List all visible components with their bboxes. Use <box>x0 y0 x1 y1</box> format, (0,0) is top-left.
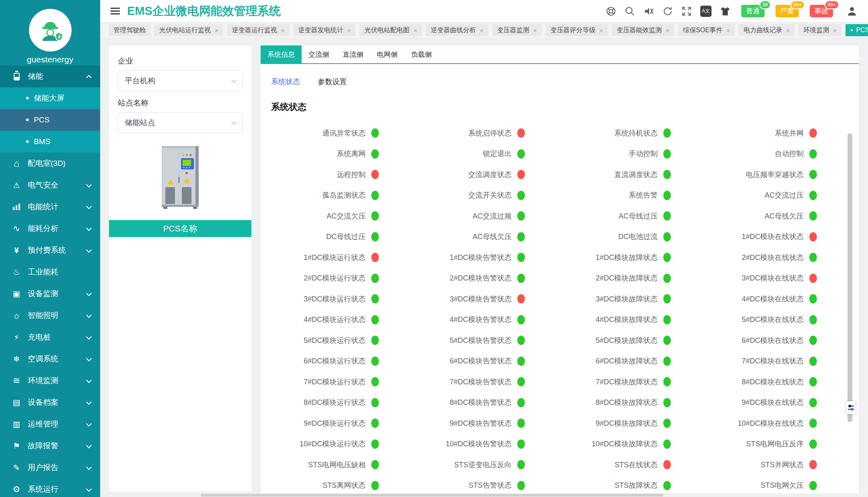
content-tab[interactable]: 系统信息 <box>261 45 302 63</box>
alarm-buttons: 普通 38 严重 99+ 事故 99+ <box>741 5 833 17</box>
tab[interactable]: 逆变器曲线分析 × <box>426 24 488 36</box>
theme-icon[interactable] <box>720 6 730 16</box>
sidebar-item[interactable]: 储能 <box>0 66 100 87</box>
tab-close-icon[interactable]: × <box>281 27 285 34</box>
tab-close-icon[interactable]: × <box>533 27 537 34</box>
tab-close-icon[interactable]: × <box>786 27 790 34</box>
status-label: AC交流过压 <box>765 190 804 200</box>
sidebar-item[interactable]: 电能统计 <box>0 196 100 218</box>
tab[interactable]: 逆变器发电统计 × <box>294 24 356 36</box>
sidebar-item[interactable]: 充电桩 <box>0 326 100 348</box>
sidebar-item-icon <box>14 73 20 80</box>
status-indicator-dot <box>371 232 379 241</box>
status-indicator-dot <box>809 191 817 200</box>
sidebar-item[interactable]: 系统运行 <box>0 478 100 497</box>
sidebar-item-icon <box>11 245 22 255</box>
tab[interactable]: 环境监测 × <box>798 24 841 36</box>
status-item: 9#DC模块运行状态 <box>270 413 416 434</box>
sidebar-item[interactable]: 故障报警 <box>0 435 100 457</box>
tab-close-icon[interactable]: × <box>726 27 730 34</box>
tab[interactable]: 光伏电站配电图 × <box>360 24 422 36</box>
content-tab[interactable]: 负载侧 <box>404 45 438 63</box>
sidebar-item[interactable]: 预付费系统 <box>0 239 100 261</box>
scroll-settings-icon[interactable] <box>846 401 856 414</box>
tab[interactable]: 管理驾驶舱 <box>109 24 150 36</box>
tab[interactable]: 变压器监测 × <box>492 24 542 36</box>
sidebar-item[interactable]: 用户报告 <box>0 457 100 478</box>
content-tab[interactable]: 电网侧 <box>370 45 404 63</box>
tab[interactable]: 变压器能效监测 × <box>612 24 674 36</box>
sidebar-item[interactable]: 设备监测 <box>0 283 100 305</box>
tab-close-icon[interactable]: × <box>480 27 483 34</box>
tab-close-icon[interactable]: × <box>600 27 603 34</box>
sidebar-item[interactable]: PCS <box>0 109 100 131</box>
alarm-button[interactable]: 严重 99+ <box>775 5 799 17</box>
sidebar-item[interactable]: 环境监测 <box>0 370 100 392</box>
sidebar-item-icon <box>11 354 22 364</box>
status-item: AC交流过压 <box>708 185 854 206</box>
status-label: 5#DC模块故障状态 <box>596 336 658 345</box>
sidebar-item[interactable]: 空调系统 <box>0 348 100 370</box>
sidebar-item[interactable]: 电气安全 <box>0 174 100 196</box>
status-indicator-dot <box>371 398 379 407</box>
sidebar-item-label: 工业能耗 <box>28 267 58 277</box>
tab-close-icon[interactable]: × <box>833 27 837 34</box>
status-indicator-dot <box>663 232 671 241</box>
tab[interactable]: 变压器评分等级 × <box>546 24 608 36</box>
status-label: 2#DC模块运行状态 <box>304 273 366 283</box>
sidebar-item[interactable]: BMS <box>0 131 100 153</box>
tab-close-icon[interactable]: × <box>413 27 417 34</box>
status-label: 9#DC模块在线状态 <box>742 398 804 407</box>
status-item: 通讯异常状态 <box>270 123 416 144</box>
sidebar-item[interactable]: 设备档案 <box>0 392 100 413</box>
sidebar-item[interactable]: 储能大屏 <box>0 87 100 109</box>
sidebar-item[interactable]: 工业能耗 <box>0 261 100 283</box>
tab-close-icon[interactable]: × <box>348 27 351 34</box>
content-tabs: 系统信息交流侧直流侧电网侧负载侧 <box>261 45 859 64</box>
user-icon[interactable] <box>846 6 858 17</box>
content-tab[interactable]: 交流侧 <box>302 45 336 63</box>
status-label: STS故障状态 <box>615 481 658 490</box>
status-item: 系统待机状态 <box>562 123 708 144</box>
company-select[interactable]: 平台机构 <box>118 70 243 91</box>
mute-icon[interactable] <box>644 6 654 16</box>
language-icon[interactable]: A文 <box>700 6 712 17</box>
sidebar-item[interactable]: 能耗分析 <box>0 218 100 239</box>
content-tab[interactable]: 直流侧 <box>336 45 370 63</box>
status-item: 交流调度状态 <box>416 164 562 185</box>
alarm-button[interactable]: 普通 38 <box>741 5 765 17</box>
menu-toggle-icon[interactable] <box>111 8 120 14</box>
sidebar-item-icon <box>13 204 20 210</box>
status-indicator-dot <box>517 419 525 428</box>
tab[interactable]: ● PCS × <box>845 24 868 36</box>
status-label: 8#DC模块在线状态 <box>742 377 804 387</box>
sidebar-item[interactable]: 配电室(3D) <box>0 153 100 174</box>
status-item: STS故障状态 <box>562 475 708 496</box>
tab-close-icon[interactable]: × <box>215 27 218 34</box>
status-label: 手动控制 <box>629 149 658 159</box>
search-icon[interactable] <box>625 6 635 16</box>
status-indicator-dot <box>371 481 379 490</box>
tab[interactable]: 光伏电站运行监视 × <box>154 24 223 36</box>
device-name-banner: PCS名称 <box>109 220 251 237</box>
tab-label: 变压器能效监测 <box>617 26 662 35</box>
help-icon[interactable] <box>606 6 616 16</box>
tab-close-icon[interactable]: × <box>666 27 669 34</box>
chevron-icon <box>86 335 91 339</box>
fullscreen-icon[interactable] <box>681 6 692 16</box>
status-item: 5#DC模块在线状态 <box>708 309 854 330</box>
sidebar-item[interactable]: 智能照明 <box>0 305 100 326</box>
vertical-scrollbar[interactable] <box>847 133 852 422</box>
horizontal-scrollbar[interactable] <box>201 494 663 497</box>
sidebar-item[interactable]: 运维管理 <box>0 413 100 435</box>
sub-tab[interactable]: 系统状态 <box>271 77 300 87</box>
sub-tab[interactable]: 参数设置 <box>318 77 347 87</box>
alarm-button[interactable]: 事故 99+ <box>810 5 833 17</box>
tab[interactable]: 电力曲线记录 × <box>739 24 795 36</box>
site-select[interactable]: 储能站点 <box>118 112 243 133</box>
status-indicator-dot <box>809 315 817 324</box>
refresh-icon[interactable] <box>662 6 673 16</box>
tab[interactable]: 逆变器运行监视 × <box>227 24 290 36</box>
tab[interactable]: 综保SOE事件 × <box>678 24 735 36</box>
status-label: 直流调度状态 <box>614 170 658 179</box>
